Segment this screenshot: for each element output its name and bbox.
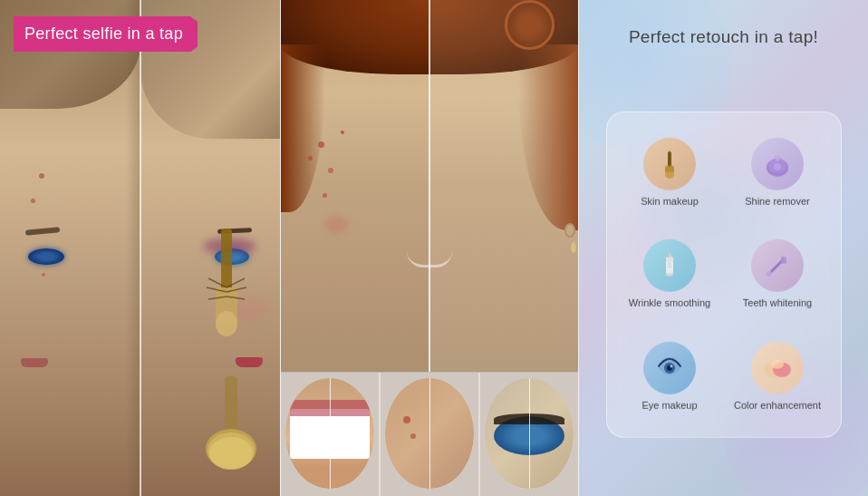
acne-3	[42, 273, 45, 277]
svg-point-37	[771, 360, 784, 369]
palette-icon	[761, 352, 794, 384]
feature-skin-makeup[interactable]: Skin makeup	[616, 121, 724, 223]
shine-remover-icon-circle	[751, 138, 804, 190]
tube-icon	[655, 251, 684, 280]
face-before-left	[0, 0, 140, 496]
teeth-whitening-icon-circle	[751, 239, 804, 292]
face2-before	[281, 0, 429, 372]
tagline-text: Perfect selfie in a tap	[24, 24, 183, 43]
thumb-teeth	[281, 373, 381, 496]
panel-features: Perfect retouch in a tap! Skin makeup	[579, 0, 868, 496]
skin-brightened	[429, 0, 578, 372]
acne-spot-4	[323, 193, 327, 198]
thumbnail-strip	[281, 372, 578, 496]
eye-icon	[655, 354, 684, 383]
thumb-teeth-inner	[285, 378, 373, 489]
skin-makeup-label: Skin makeup	[641, 196, 699, 207]
tagline-badge: Perfect selfie in a tap	[14, 16, 198, 52]
svg-point-18	[774, 163, 781, 170]
svg-rect-22	[667, 255, 669, 258]
acne-2	[31, 199, 35, 203]
feature-eye-makeup[interactable]: Eye makeup	[616, 326, 724, 428]
eye-left	[28, 248, 64, 265]
powder-icon	[763, 150, 792, 179]
svg-rect-13	[668, 151, 671, 168]
brush-icon	[655, 150, 684, 179]
face2-after	[429, 0, 578, 372]
panel-selfie: Perfect selfie in a tap	[0, 0, 280, 496]
acne-1	[39, 173, 44, 179]
hair-left-side	[126, 0, 140, 496]
features-card: Skin makeup Shine remover	[606, 111, 842, 437]
eyebrow-left	[25, 227, 60, 235]
ear	[564, 223, 575, 238]
powder-brush-icon	[190, 376, 272, 476]
feature-teeth-whitening[interactable]: Teeth whitening	[724, 223, 832, 326]
color-enhancement-icon-circle	[751, 342, 804, 394]
svg-point-12	[209, 437, 253, 470]
panel-retouch	[280, 0, 579, 496]
svg-point-2	[216, 311, 237, 336]
svg-point-34	[670, 365, 673, 367]
acne-spot-5	[341, 131, 344, 134]
feature-wrinkle-smoothing[interactable]: Wrinkle smoothing	[616, 223, 724, 326]
thumb-eye-inner	[485, 378, 573, 489]
nose-redness	[325, 216, 348, 234]
thumb-skin	[381, 373, 480, 496]
before-after-divider	[140, 0, 141, 496]
wand-icon	[763, 251, 792, 280]
feature-shine-remover[interactable]: Shine remover	[724, 121, 832, 223]
face-comparison-area	[281, 0, 578, 372]
svg-point-28	[767, 271, 772, 277]
svg-rect-9	[225, 376, 237, 435]
teeth-whitening-label: Teeth whitening	[743, 297, 812, 308]
acne-spot-1	[318, 141, 324, 148]
wrinkle-smoothing-label: Wrinkle smoothing	[629, 297, 710, 308]
face2-divider-line	[429, 0, 430, 372]
eye-makeup-icon-circle	[643, 342, 696, 394]
acne-spot-3	[308, 156, 313, 160]
eye-makeup-label: Eye makeup	[641, 400, 697, 411]
lip-right	[236, 357, 263, 367]
svg-point-23	[666, 273, 673, 277]
svg-point-15	[665, 171, 674, 179]
feature-color-enhancement[interactable]: Color enhancement	[724, 326, 832, 428]
wrinkle-smoothing-icon-circle	[643, 239, 696, 292]
acne-spot-2	[328, 168, 333, 173]
shine-remover-label: Shine remover	[745, 196, 810, 207]
color-enhancement-label: Color enhancement	[734, 400, 821, 411]
svg-rect-27	[781, 257, 786, 264]
svg-rect-0	[221, 229, 232, 292]
features-background: Perfect retouch in a tap! Skin makeup	[579, 0, 868, 496]
panel3-title: Perfect retouch in a tap!	[579, 27, 868, 47]
skin-makeup-icon-circle	[643, 138, 696, 190]
lip-left	[21, 358, 48, 367]
mascara-brush-icon	[190, 229, 263, 337]
thumb-skin-inner	[385, 378, 473, 489]
thumb-eye	[480, 373, 578, 496]
